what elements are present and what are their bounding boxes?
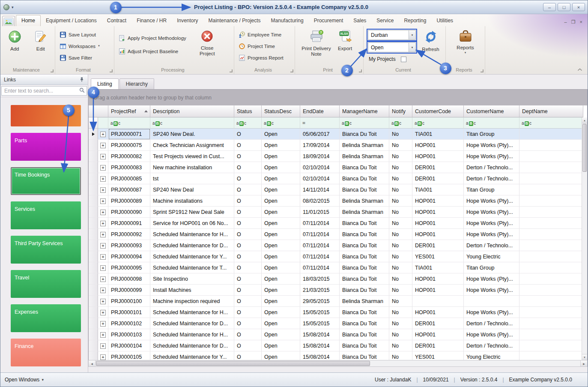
close-project-button[interactable]: Close Project: [194, 28, 221, 66]
table-row[interactable]: +PRJ0000089Machine installationsOOpen08/…: [89, 195, 583, 207]
dialog-launcher-icon[interactable]: [359, 69, 362, 72]
expand-row-button[interactable]: +: [98, 307, 108, 318]
links-panel-header[interactable]: Links: [0, 75, 88, 85]
filter-cell-statusdesc[interactable]: aBc: [262, 117, 300, 129]
table-row[interactable]: +PRJ0000101Scheduled Maintenance for H..…: [89, 307, 583, 318]
table-row[interactable]: +PRJ0000103Scheduled Maintenance for H..…: [89, 329, 583, 340]
filter-cell-notify[interactable]: aBc: [389, 117, 412, 129]
scroll-left-icon[interactable]: ◀: [89, 360, 96, 366]
expand-row-button[interactable]: +: [98, 351, 108, 360]
sidebar-tile-services[interactable]: Services: [11, 201, 81, 229]
progress-report-button[interactable]: Progress Report: [236, 53, 293, 63]
expand-row-button[interactable]: +: [98, 129, 108, 140]
mdi-close-icon[interactable]: ×: [580, 20, 582, 24]
sidebar-tile-parts[interactable]: Parts: [11, 133, 81, 161]
column-header-status[interactable]: Status: [234, 105, 262, 117]
expand-row-button[interactable]: +: [98, 296, 108, 307]
expand-row-button[interactable]: +: [98, 340, 108, 351]
expand-row-button[interactable]: +: [98, 318, 108, 329]
project-time-button[interactable]: Project Time: [236, 41, 293, 51]
collapse-ribbon-icon[interactable]: [577, 66, 582, 72]
column-header-description[interactable]: Description: [150, 105, 234, 117]
search-icon[interactable]: [79, 87, 85, 94]
pin-icon[interactable]: [79, 77, 84, 82]
table-row[interactable]: +PRJ0000100Machine inspection requiredOO…: [89, 296, 583, 307]
expand-row-button[interactable]: +: [98, 218, 108, 229]
save-filter-button[interactable]: Save Filter: [57, 53, 112, 63]
table-row[interactable]: +PRJ0000104Scheduled Maintenance for D..…: [89, 340, 583, 351]
dialog-launcher-icon[interactable]: [110, 69, 113, 72]
sidebar-search[interactable]: [1, 86, 87, 96]
tab-manufacturing[interactable]: Manufacturing: [266, 15, 309, 26]
tab-procurement[interactable]: Procurement: [309, 15, 349, 26]
vertical-scroll-track[interactable]: [582, 172, 587, 354]
tab-reporting[interactable]: Reporting: [399, 15, 431, 26]
expand-row-button[interactable]: +: [98, 273, 108, 285]
column-header-managername[interactable]: ManagerName: [340, 105, 389, 117]
table-row[interactable]: +PRJ0000082Test Projects viewed in Cust.…: [89, 151, 583, 162]
column-header-deptname[interactable]: DeptName: [519, 105, 583, 117]
expand-row-button[interactable]: +: [98, 251, 108, 262]
edit-button[interactable]: Edit: [28, 28, 54, 66]
site-dropdown[interactable]: Durban ▼: [368, 30, 416, 40]
print-delivery-note-button[interactable]: ? Print Delivery Note: [301, 28, 332, 66]
tab-equipment-locations[interactable]: Equipment / Locations: [41, 15, 102, 26]
expand-row-button[interactable]: +: [98, 262, 108, 273]
table-row[interactable]: +PRJ0000105Scheduled Maintenance for Y..…: [89, 351, 583, 360]
dialog-launcher-icon[interactable]: [290, 69, 293, 72]
filter-cell-managername[interactable]: aBc: [340, 117, 389, 129]
export-button[interactable]: XLSX Export: [333, 28, 358, 66]
expand-row-button[interactable]: +: [98, 173, 108, 184]
close-button[interactable]: ×: [572, 3, 585, 11]
sidebar-tile-travel[interactable]: Travel: [11, 270, 81, 298]
table-row[interactable]: +PRJ0000090Sprint SP1912 New Deal SaleOO…: [89, 207, 583, 218]
expand-row-button[interactable]: +: [98, 140, 108, 151]
expand-row-button[interactable]: +: [98, 162, 108, 173]
table-row[interactable]: +PRJ0000099Install MachinesOOpen21/03/20…: [89, 285, 583, 296]
filter-cell-customercode[interactable]: aBc: [412, 117, 464, 129]
save-layout-button[interactable]: Save Layout: [57, 30, 112, 39]
filter-cell-projectref[interactable]: aBc: [108, 117, 150, 129]
filter-cell-customername[interactable]: aBc: [464, 117, 519, 129]
sidebar-tile-time-bookings[interactable]: Time Bookings: [11, 167, 81, 195]
column-header-customername[interactable]: CustomerName: [464, 105, 519, 117]
tab-sales[interactable]: Sales: [348, 15, 371, 26]
filter-cell-enddate[interactable]: =: [300, 117, 340, 129]
workspaces-button[interactable]: Workspaces ▼: [57, 41, 112, 51]
horizontal-scroll-thumb[interactable]: [96, 361, 370, 366]
reports-button[interactable]: Reports ▼: [452, 28, 479, 66]
expand-row-button[interactable]: +: [98, 195, 108, 207]
table-row[interactable]: +PRJ0000071SP240 New Deal.OOpen05/06/201…: [89, 129, 583, 140]
expand-row-button[interactable]: +: [98, 207, 108, 218]
column-header-projectref[interactable]: ProjectRef: [108, 105, 150, 117]
table-row[interactable]: +PRJ0000093Scheduled Maintenance for D..…: [89, 240, 583, 251]
sidebar-tile-third-party-services[interactable]: Third Party Services: [11, 236, 81, 264]
add-button[interactable]: Add: [2, 28, 27, 66]
minimize-button[interactable]: –: [543, 3, 556, 11]
mdi-restore-icon[interactable]: ❐: [571, 20, 576, 24]
application-button[interactable]: [2, 16, 15, 26]
tab-contract[interactable]: Contract: [102, 15, 131, 26]
tab-utilities[interactable]: Utilities: [431, 15, 458, 26]
table-row[interactable]: +PRJ0000075Check Technician AssignmentOO…: [89, 140, 583, 151]
titlebar[interactable]: ▾ Project Listing - BPO: Version 2.5.0.4…: [0, 0, 588, 14]
group-by-panel[interactable]: Drag a column header here to group by th…: [88, 89, 588, 105]
filter-cell-status[interactable]: aBc: [234, 117, 262, 129]
dropdown-arrow-icon[interactable]: ▼: [409, 30, 415, 39]
adjust-project-baseline-button[interactable]: Adjust Project Baseline: [116, 46, 189, 56]
mdi-minimize-icon[interactable]: –: [564, 20, 567, 24]
employee-time-button[interactable]: Employee Time: [236, 30, 293, 39]
table-row[interactable]: +PRJ0000091Service for HOP001 on 06 No..…: [89, 218, 583, 229]
my-projects-checkbox[interactable]: [401, 57, 406, 62]
expand-row-button[interactable]: +: [98, 151, 108, 162]
status-dropdown[interactable]: Open ▼: [368, 42, 416, 52]
horizontal-scroll-track[interactable]: [370, 360, 580, 366]
dialog-launcher-icon[interactable]: [230, 69, 233, 72]
table-row[interactable]: +PRJ0000094Scheduled Maintenance for Y..…: [89, 251, 583, 262]
vertical-scrollbar[interactable]: ▲ ▼: [582, 117, 587, 360]
table-row[interactable]: +PRJ0000102Scheduled Maintenance for D..…: [89, 318, 583, 329]
column-header-statusdesc[interactable]: StatusDesc: [262, 105, 300, 117]
tab-finance-hr[interactable]: Finance / HR: [131, 15, 172, 26]
dialog-launcher-icon[interactable]: [481, 69, 484, 72]
column-header-customercode[interactable]: CustomerCode: [412, 105, 464, 117]
